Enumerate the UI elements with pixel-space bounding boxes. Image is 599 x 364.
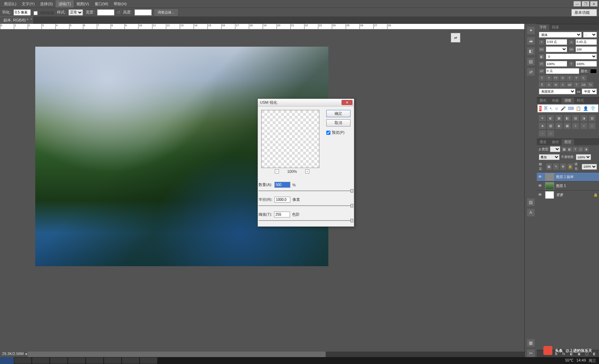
ime-emoji-icon[interactable]: ☺ — [554, 106, 559, 111]
type-style-button[interactable]: Tr — [560, 75, 566, 81]
zoom-in-button[interactable]: + — [305, 169, 309, 174]
opentype-button[interactable]: A — [560, 82, 566, 87]
opentype-button[interactable]: T — [573, 82, 580, 87]
start-button[interactable] — [0, 357, 14, 364]
window-maximize[interactable]: ❐ — [582, 1, 589, 7]
tab-styles[interactable]: 样式 — [574, 97, 587, 104]
blend-mode-select[interactable]: 叠加 — [539, 154, 560, 160]
tools-icon[interactable]: ✂ — [527, 349, 535, 357]
window-minimize[interactable]: — — [573, 1, 581, 7]
taskbar-item[interactable] — [86, 357, 103, 364]
notes-icon[interactable]: ▤ — [527, 198, 535, 206]
tab-channels[interactable]: 通道 — [537, 139, 549, 145]
feather-input[interactable] — [13, 9, 31, 16]
nav-icon[interactable]: ✦ — [527, 27, 535, 34]
ime-clip-icon[interactable]: 📋 — [576, 106, 581, 111]
type-style-button[interactable]: T — [546, 75, 552, 81]
radius-slider[interactable] — [259, 203, 353, 208]
radius-input[interactable] — [274, 197, 290, 203]
layer-row[interactable]: 👁背景🔒 — [537, 190, 599, 199]
menu-type[interactable]: 文字(Y) — [19, 0, 37, 8]
dialog-close-button[interactable]: ✕ — [341, 100, 353, 105]
measure-badge[interactable]: ⇄ — [451, 33, 460, 43]
lock-all-icon[interactable]: 🔒 — [568, 164, 573, 170]
visibility-icon[interactable]: 👁 — [538, 175, 543, 179]
layer-name[interactable]: 背景 — [556, 193, 563, 197]
type-style-button[interactable]: T' — [573, 75, 580, 81]
preview-checkbox[interactable] — [326, 131, 330, 135]
adjustment-icon[interactable]: ☀ — [539, 115, 546, 121]
close-tab-icon[interactable]: × — [30, 17, 32, 21]
kerning-select[interactable] — [546, 46, 567, 52]
text-color-swatch[interactable] — [590, 69, 597, 74]
dialog-titlebar[interactable]: USM 锐化 ✕ — [258, 99, 354, 106]
tab-paths[interactable]: 路径 — [549, 139, 562, 145]
adjustment-icon[interactable]: ▥ — [589, 115, 596, 121]
width-input[interactable] — [97, 9, 114, 16]
ime-settings-icon[interactable]: ⚙ — [598, 106, 599, 111]
amount-slider[interactable] — [259, 188, 353, 193]
layer-action-icon[interactable]: 🗑 — [591, 351, 597, 356]
menu-view[interactable]: 视图(V) — [74, 0, 92, 8]
tab-swatches[interactable]: 色板 — [549, 97, 562, 104]
amount-input[interactable] — [274, 182, 290, 188]
adjustment-icon[interactable]: ▩ — [564, 123, 571, 129]
layer-thumbnail[interactable] — [545, 191, 554, 199]
hscale-input[interactable] — [575, 61, 597, 67]
ime-lang[interactable]: 英 — [544, 105, 548, 111]
layer-thumbnail[interactable] — [545, 182, 554, 190]
menu-window[interactable]: 窗口(W) — [92, 0, 111, 8]
opentype-button[interactable]: fi — [539, 82, 545, 87]
document-tab[interactable]: 副本, RGB/8) *× — [0, 16, 33, 24]
info-icon[interactable]: ◧ — [527, 47, 535, 55]
taskbar-item[interactable] — [50, 357, 67, 364]
adjustment-icon[interactable]: ◐ — [547, 115, 554, 121]
height-input[interactable] — [134, 9, 152, 16]
dialog-preview[interactable] — [261, 110, 319, 168]
adjustment-icon[interactable]: ◧ — [564, 115, 571, 121]
lock-paint-icon[interactable]: ✎ — [553, 164, 559, 170]
ime-punct-icon[interactable]: •, — [550, 106, 553, 111]
ime-toolbar[interactable]: S 英 •, ☺ 🎤 ⌨ 📋 👤 👕 ⚙ — [537, 104, 598, 112]
threshold-slider[interactable] — [259, 218, 353, 223]
taskbar-item[interactable] — [104, 357, 121, 364]
ok-button[interactable]: 确定 — [326, 110, 350, 117]
leading-input[interactable] — [575, 39, 597, 45]
taskbar-item[interactable] — [14, 357, 31, 364]
adjustment-icon[interactable]: ◉ — [555, 123, 562, 129]
adjustment-icon[interactable]: ◊ — [572, 123, 579, 129]
font-style-select[interactable]: - — [583, 32, 597, 38]
adjustment-icon[interactable]: ◑ — [580, 115, 587, 121]
opentype-button[interactable]: σ — [546, 82, 552, 87]
adjustment-icon[interactable]: ▪ — [580, 123, 587, 129]
opentype-button[interactable]: 1st — [580, 82, 587, 87]
menu-help[interactable]: 帮助(H) — [111, 0, 129, 8]
fill-select[interactable]: 100% — [582, 164, 597, 170]
threshold-input[interactable] — [274, 212, 290, 217]
font-size-input[interactable] — [546, 39, 567, 45]
layer-filter-icon[interactable]: ◈ — [584, 147, 589, 152]
swatches-icon[interactable]: ⇄ — [527, 68, 535, 76]
visibility-icon[interactable]: 👁 — [538, 193, 543, 197]
type-style-button[interactable]: T, — [580, 75, 587, 81]
adjustment-icon[interactable]: ○ — [547, 130, 554, 137]
antialias-select[interactable]: 平滑 — [582, 88, 597, 94]
scale-select[interactable]: 0 — [546, 54, 597, 59]
taskbar-item[interactable] — [122, 357, 139, 364]
taskbar-item[interactable] — [140, 357, 157, 364]
vscale-input[interactable] — [546, 61, 567, 67]
layer-row[interactable]: 👁图层 1 副本 — [537, 172, 599, 181]
cancel-button[interactable]: 取消 — [326, 119, 350, 127]
menu-filter[interactable]: 滤镜(T) — [56, 0, 74, 8]
taskbar-item[interactable] — [68, 357, 85, 364]
layer-filter-icon[interactable]: T — [573, 147, 578, 152]
layer-name[interactable]: 图层 1 — [556, 184, 566, 188]
swap-icon[interactable]: ⇄ — [117, 10, 120, 15]
tab-character[interactable]: 字符 — [537, 24, 549, 30]
ime-user-icon[interactable]: 👤 — [583, 106, 588, 111]
opacity-select[interactable]: 100% — [576, 154, 591, 160]
layer-filter-select[interactable] — [550, 146, 560, 152]
ime-voice-icon[interactable]: 🎤 — [561, 106, 566, 111]
zoom-out-button[interactable]: − — [275, 169, 279, 174]
taskbar[interactable]: 55℃14:49周三 — [0, 357, 599, 364]
